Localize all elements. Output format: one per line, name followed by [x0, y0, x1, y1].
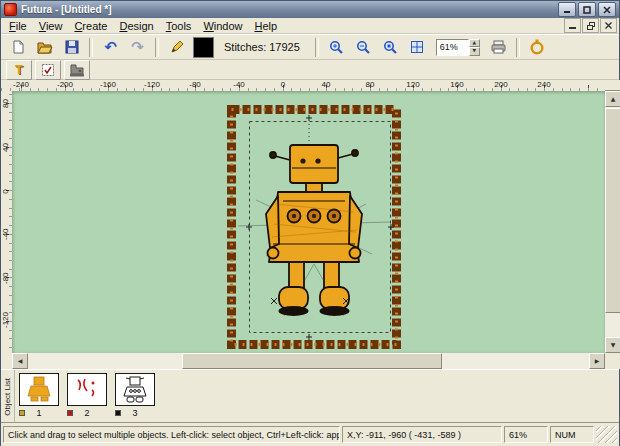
- machine-button[interactable]: [64, 60, 90, 80]
- toolbar-separator: [89, 38, 93, 57]
- save-button[interactable]: [59, 35, 84, 59]
- ruler-label: 0: [1, 186, 10, 197]
- resize-grip[interactable]: [596, 426, 617, 443]
- object-thumbnail[interactable]: [67, 373, 107, 406]
- ruler-label: 160: [450, 80, 463, 89]
- maximize-icon: [583, 6, 591, 14]
- robot-leg-left: [289, 262, 304, 288]
- scroll-left-button[interactable]: ◀: [12, 353, 28, 369]
- lettering-button[interactable]: T: [6, 60, 32, 80]
- ruler-label: 120: [406, 80, 419, 89]
- ruler-label: -80: [189, 80, 201, 89]
- spinner-up-icon[interactable]: ▲: [469, 39, 480, 48]
- zoom-spinner: ▲ ▼: [469, 39, 480, 56]
- maximize-button[interactable]: [578, 2, 596, 17]
- pen-tool-button[interactable]: [164, 35, 189, 59]
- redo-button[interactable]: ↷: [125, 35, 150, 59]
- mdi-close-button[interactable]: [600, 18, 617, 33]
- vertical-scroll-thumb[interactable]: [605, 108, 620, 313]
- menu-create[interactable]: Create: [68, 19, 113, 33]
- zoom-out-button[interactable]: [351, 35, 376, 59]
- object-list-tab[interactable]: Object List: [1, 370, 15, 423]
- spinner-down-icon[interactable]: ▼: [469, 47, 480, 56]
- grid-icon: [409, 39, 425, 55]
- menu-design[interactable]: Design: [113, 19, 159, 33]
- open-button[interactable]: [32, 35, 57, 59]
- zoom-level-field[interactable]: 61%: [436, 39, 469, 56]
- scroll-up-button[interactable]: ▲: [605, 91, 620, 107]
- redo-icon: ↷: [131, 40, 144, 55]
- lettering-icon: T: [15, 62, 23, 77]
- monogram-button[interactable]: [35, 60, 61, 80]
- vertical-scrollbar[interactable]: ▲ ▼: [605, 91, 620, 353]
- object-2-preview-icon: [68, 374, 106, 404]
- thread-color-swatch[interactable]: [193, 37, 214, 58]
- toolbar-separator: [315, 38, 319, 57]
- mdi-restore-button[interactable]: [582, 18, 599, 33]
- design-canvas[interactable]: [12, 91, 605, 353]
- object-list-label: Object List: [3, 378, 12, 416]
- grid-view-button[interactable]: [405, 35, 430, 59]
- menu-tools[interactable]: Tools: [160, 19, 198, 33]
- new-document-icon: [10, 39, 26, 55]
- minimize-button[interactable]: [558, 2, 576, 17]
- pen-icon: [169, 39, 185, 55]
- ruler-label: 200: [494, 80, 507, 89]
- status-help-text: Click and drag to select multiple object…: [3, 426, 340, 443]
- horizontal-scroll-thumb[interactable]: [182, 353, 442, 369]
- status-num-lock: NUM: [550, 426, 594, 443]
- menu-bar: File View Create Design Tools Window Hel…: [1, 18, 619, 34]
- scroll-down-button[interactable]: ▼: [605, 337, 620, 353]
- object-item-3[interactable]: 3: [115, 373, 155, 421]
- zoom-selection-icon: [382, 39, 399, 56]
- robot-figure: [266, 145, 362, 309]
- menu-window[interactable]: Window: [197, 19, 248, 33]
- minimize-icon: [563, 6, 571, 13]
- object-number: 1: [19, 408, 59, 418]
- ruler-label: -240: [13, 80, 29, 89]
- horizontal-scrollbar[interactable]: ◀ ▶: [12, 353, 605, 369]
- main-toolbar: ↶ ↷ Stitches: 17925 61% ▲ ▼: [1, 34, 619, 60]
- stitch-count-label: Stitches: 17925: [224, 41, 300, 53]
- zoom-in-button[interactable]: [324, 35, 349, 59]
- object-list-panel: Object List 1: [1, 369, 619, 423]
- ruler-label: -40: [1, 229, 10, 240]
- object-thumbnail[interactable]: [115, 373, 155, 406]
- undo-button[interactable]: ↶: [98, 35, 123, 59]
- zoom-in-icon: [328, 39, 345, 56]
- mdi-minimize-button[interactable]: [564, 18, 581, 33]
- robot-head: [290, 145, 338, 183]
- scroll-right-button[interactable]: ▶: [589, 353, 605, 369]
- printer-icon: [490, 39, 507, 55]
- zoom-selection-button[interactable]: [378, 35, 403, 59]
- object-item-2[interactable]: 2: [67, 373, 107, 421]
- menu-file[interactable]: File: [3, 19, 33, 33]
- robot-hand-right: [350, 248, 361, 259]
- embroidery-design[interactable]: [226, 104, 402, 350]
- status-zoom-level: 61%: [504, 426, 548, 443]
- new-button[interactable]: [5, 35, 30, 59]
- menu-view[interactable]: View: [33, 19, 69, 33]
- print-button[interactable]: [486, 35, 511, 59]
- hoop-button[interactable]: [525, 35, 550, 59]
- robot-boot-left: [279, 287, 308, 309]
- application-window: Futura - [Untitled *] File View Create D…: [0, 0, 620, 446]
- scrollbar-corner: [605, 353, 620, 369]
- robot-arm-right: [349, 196, 362, 248]
- window-controls: [558, 2, 616, 17]
- zoom-level-control: 61% ▲ ▼: [436, 39, 480, 56]
- open-folder-icon: [36, 39, 53, 55]
- close-button[interactable]: [598, 2, 616, 17]
- ruler-label: 0: [281, 80, 285, 89]
- toolbar-separator: [516, 38, 520, 57]
- robot-boot-right: [320, 287, 349, 309]
- close-icon: [603, 6, 611, 14]
- menu-help[interactable]: Help: [249, 19, 284, 33]
- ruler-label: 240: [537, 80, 550, 89]
- object-thumbnail[interactable]: [19, 373, 59, 406]
- robot-neck: [306, 183, 322, 192]
- undo-icon: ↶: [104, 40, 117, 55]
- object-1-preview-icon: [20, 374, 58, 404]
- object-item-1[interactable]: 1: [19, 373, 59, 421]
- mdi-close-icon: [605, 22, 612, 29]
